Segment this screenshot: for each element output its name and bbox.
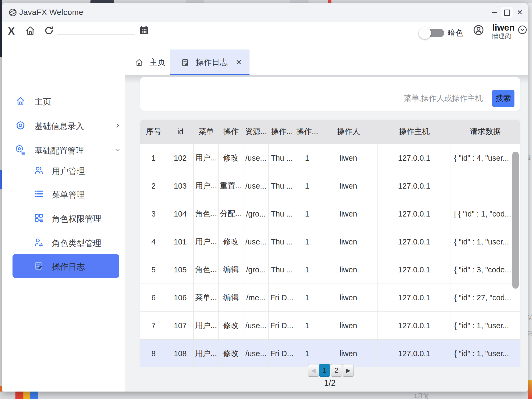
dark-mode-toggle[interactable]: [422, 29, 444, 37]
table-cell: 1: [295, 312, 319, 339]
users-icon: [34, 165, 44, 175]
column-header[interactable]: 操作人: [319, 120, 378, 144]
table-cell: /gro...: [243, 200, 269, 228]
table-cell: 108: [167, 340, 194, 367]
toggle-knob: [419, 27, 431, 39]
table-row[interactable]: 6106菜单...编辑/me...Fri D...1liwen127.0.0.1…: [140, 284, 520, 311]
grid-icon: [34, 213, 44, 223]
table-cell: 修改: [219, 228, 243, 256]
page-summary: 1/2: [303, 378, 356, 388]
backdrop-bottom-strip: [0, 392, 532, 399]
home-button[interactable]: [25, 25, 36, 36]
user-menu-button[interactable]: [517, 24, 528, 35]
sidebar-item-role-permission-mgmt[interactable]: 角色权限管理: [2, 206, 125, 230]
minimize-button[interactable]: [488, 7, 500, 18]
chevron-down-icon: [114, 146, 121, 154]
table-row[interactable]: 5105角色...编辑/gro...Thu ...1liwen127.0.0.1…: [140, 256, 520, 284]
backdrop-top-blob2: [290, 0, 309, 3]
table-cell: liwen: [319, 200, 378, 228]
refresh-button[interactable]: [43, 25, 55, 36]
table-cell: liwen: [319, 144, 378, 172]
page-button-2[interactable]: 2: [331, 364, 342, 377]
toolbar: X 暗色 liwen [管理员]: [2, 22, 528, 43]
chevron-right-icon: [114, 122, 121, 129]
table-cell: 103: [167, 172, 194, 200]
column-header[interactable]: 操作...: [295, 120, 319, 144]
minimize-icon: [492, 12, 497, 13]
table-cell: Thu ...: [269, 200, 295, 228]
table-row[interactable]: 8108用户...修改/use...Fri D...1liwen127.0.0.…: [140, 339, 520, 367]
tab-home[interactable]: 主页: [127, 49, 170, 75]
gear-config-icon: [15, 145, 26, 155]
table-body: 1102用户...修改/use...Thu ...1liwen127.0.0.1…: [140, 144, 520, 367]
sidebar-item-user-mgmt[interactable]: 用户管理: [2, 159, 125, 183]
table-cell: 用户...: [194, 312, 219, 339]
table-cell: 127.0.0.1: [378, 144, 451, 172]
table-cell: 105: [167, 256, 194, 284]
tab-operation-log[interactable]: 操作日志 ✕: [170, 49, 250, 75]
close-window-button[interactable]: ✕: [514, 7, 526, 18]
table-row[interactable]: 3104角色...分配.../gro...Thu ...1liwen127.0.…: [140, 200, 520, 228]
table-cell: 127.0.0.1: [378, 256, 451, 284]
home-icon: [15, 96, 26, 106]
table-cell: 104: [167, 200, 194, 228]
avatar[interactable]: [472, 24, 485, 36]
sidebar-item-label: 主页: [35, 96, 51, 107]
column-header[interactable]: 资源...: [243, 120, 269, 144]
page-button-1[interactable]: 1: [319, 364, 330, 377]
sidebar-item-operation-log[interactable]: 操作日志: [2, 254, 125, 278]
prev-arrow-icon: ◀: [311, 367, 316, 374]
calendar-button[interactable]: [138, 24, 149, 36]
next-page-button[interactable]: ▶: [343, 364, 354, 377]
table-cell: /me...: [243, 284, 269, 311]
tab-close-icon[interactable]: ✕: [236, 58, 242, 67]
user-role: [管理员]: [492, 32, 512, 40]
close-x-icon[interactable]: X: [8, 26, 15, 37]
sidebar-item-role-type-mgmt[interactable]: 角色类型管理: [2, 231, 125, 255]
refresh-icon: [43, 25, 55, 36]
table-cell: /gro...: [243, 256, 269, 284]
backdrop-top-red-dot: [328, 0, 331, 3]
table-cell: 编辑: [219, 256, 243, 284]
table-cell: Thu ...: [269, 172, 295, 200]
sidebar-item-home[interactable]: 主页: [2, 89, 125, 113]
sidebar-item-basic-info-entry[interactable]: 基础信息录入: [2, 114, 125, 138]
table-row[interactable]: 4101用户...修改/use...Thu ...1liwen127.0.0.1…: [140, 228, 520, 256]
notepad-icon: [34, 261, 44, 271]
table-cell: 5: [140, 256, 167, 284]
backdrop-top-blob: [186, 0, 204, 3]
person-swap-icon: [34, 237, 44, 247]
column-header[interactable]: 操作: [219, 120, 243, 144]
table-row[interactable]: 1102用户...修改/use...Thu ...1liwen127.0.0.1…: [140, 144, 520, 172]
column-header[interactable]: 菜单: [194, 120, 219, 144]
search-input[interactable]: [403, 93, 488, 104]
table-row[interactable]: 7107用户...修改/use...Fri D...1liwen127.0.0.…: [140, 311, 520, 339]
table-row[interactable]: 2103用户...重置.../use...Thu ...1liwen127.0.…: [140, 172, 520, 200]
column-header[interactable]: 序号: [140, 120, 167, 144]
column-header[interactable]: 请求数据: [451, 120, 520, 144]
table-cell: 1: [295, 228, 319, 256]
table-cell: 107: [167, 312, 194, 339]
table-cell: liwen: [319, 256, 378, 284]
column-header[interactable]: 操作主机: [378, 120, 451, 144]
date-input[interactable]: [57, 27, 135, 35]
table-cell: 8: [140, 340, 167, 367]
vertical-scrollbar-thumb[interactable]: [512, 152, 519, 289]
backdrop-bottom-logo-yellow: [23, 392, 30, 399]
maximize-button[interactable]: [501, 7, 513, 18]
table-cell: 1: [295, 256, 319, 284]
search-button[interactable]: 搜索: [492, 90, 514, 107]
prev-page-button[interactable]: ◀: [308, 364, 319, 377]
sidebar-item-menu-mgmt[interactable]: 菜单管理: [2, 182, 125, 206]
backdrop-text-fragment: 1月前: [414, 392, 429, 399]
table-cell: 修改: [219, 144, 243, 172]
table-cell: 127.0.0.1: [378, 172, 451, 200]
column-header[interactable]: id: [167, 120, 194, 144]
sidebar-item-label: 菜单管理: [52, 189, 85, 201]
table-cell: 用户...: [194, 228, 219, 256]
table-cell: 1: [295, 172, 319, 200]
search-panel: 搜索: [140, 77, 520, 111]
sidebar-item-label: 基础信息录入: [35, 121, 84, 132]
column-header[interactable]: 操作...: [269, 120, 295, 144]
backdrop-bottom-logo-blue: [30, 392, 38, 399]
